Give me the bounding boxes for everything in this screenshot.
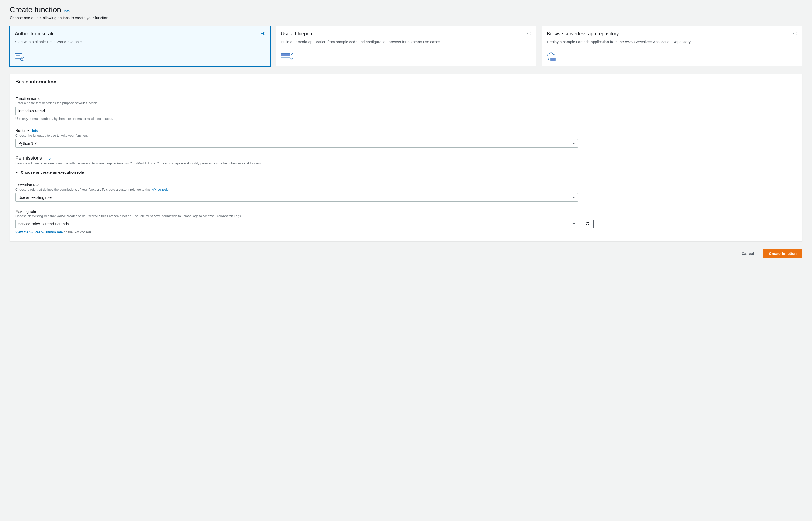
view-role-link[interactable]: View the S3-Read-Lambda role	[16, 230, 63, 234]
option-radio-selected[interactable]	[261, 31, 265, 36]
iam-console-link[interactable]: IAM console	[151, 188, 169, 191]
panel-title: Basic information	[10, 74, 802, 90]
basic-information-panel: Basic information Function name Enter a …	[10, 74, 802, 242]
execution-role-expander-label: Choose or create an execution role	[21, 170, 84, 175]
permissions-info-link[interactable]: Info	[45, 157, 50, 160]
page-title: Create function	[10, 5, 61, 14]
page-subtitle: Choose one of the following options to c…	[10, 16, 802, 20]
existing-role-label: Existing role	[16, 209, 36, 213]
function-name-input[interactable]	[16, 107, 578, 115]
runtime-group: Runtime Info Choose the language to use …	[16, 128, 796, 148]
option-desc: Start with a simple Hello World example.	[15, 40, 265, 45]
caret-down-icon	[16, 170, 18, 175]
svg-marker-13	[16, 172, 18, 173]
blueprint-icon	[281, 52, 293, 62]
execution-role-expander[interactable]: Choose or create an execution role	[16, 168, 796, 178]
serverless-icon	[547, 51, 559, 62]
option-author-from-scratch[interactable]: Author from scratch Start with a simple …	[10, 26, 271, 66]
scratch-icon	[15, 52, 26, 62]
runtime-label: Runtime	[16, 128, 29, 133]
existing-role-select[interactable]	[16, 220, 578, 228]
view-role-suffix: on the IAM console.	[63, 230, 92, 234]
permissions-label: Permissions	[16, 155, 42, 161]
execution-role-label: Execution role	[16, 183, 40, 187]
existing-role-group: Existing role Choose an existing role th…	[16, 209, 796, 234]
existing-role-hint: Choose an existing role that you've crea…	[16, 214, 796, 218]
create-function-button[interactable]: Create function	[763, 249, 802, 258]
function-name-hint-bottom: Use only letters, numbers, hyphens, or u…	[16, 117, 796, 121]
permissions-hint: Lambda will create an execution role wit…	[16, 161, 796, 165]
execution-role-hint-suffix: .	[169, 188, 170, 191]
runtime-select[interactable]	[16, 139, 578, 148]
svg-rect-10	[551, 58, 555, 61]
refresh-roles-button[interactable]	[582, 220, 594, 228]
execution-role-group: Execution role Choose a role that define…	[16, 183, 796, 202]
svg-rect-1	[15, 53, 22, 54]
execution-role-select[interactable]	[16, 193, 578, 202]
refresh-icon	[585, 222, 590, 227]
function-name-group: Function name Enter a name that describe…	[16, 96, 796, 121]
option-title: Author from scratch	[15, 31, 265, 37]
runtime-info-link[interactable]: Info	[32, 129, 38, 133]
permissions-group: Permissions Info Lambda will create an e…	[16, 155, 796, 178]
option-radio[interactable]	[793, 31, 797, 36]
option-title: Browse serverless app repository	[547, 31, 797, 37]
page-info-link[interactable]: Info	[64, 9, 70, 13]
function-name-hint-top: Enter a name that describes the purpose …	[16, 101, 796, 105]
svg-marker-9	[555, 55, 556, 56]
option-serverless-repo[interactable]: Browse serverless app repository Deploy …	[541, 26, 802, 66]
svg-rect-8	[281, 57, 290, 60]
function-name-label: Function name	[16, 96, 41, 101]
option-title: Use a blueprint	[281, 31, 531, 37]
execution-role-hint: Choose a role that defines the permissio…	[16, 188, 796, 191]
cancel-button[interactable]: Cancel	[736, 249, 759, 258]
option-desc: Build a Lambda application from sample c…	[281, 40, 531, 45]
svg-marker-11	[549, 57, 550, 58]
runtime-hint: Choose the language to use to write your…	[16, 134, 796, 137]
option-desc: Deploy a sample Lambda application from …	[547, 40, 797, 45]
option-use-blueprint[interactable]: Use a blueprint Build a Lambda applicati…	[276, 26, 536, 66]
svg-rect-7	[281, 53, 290, 56]
execution-role-hint-prefix: Choose a role that defines the permissio…	[16, 188, 151, 191]
